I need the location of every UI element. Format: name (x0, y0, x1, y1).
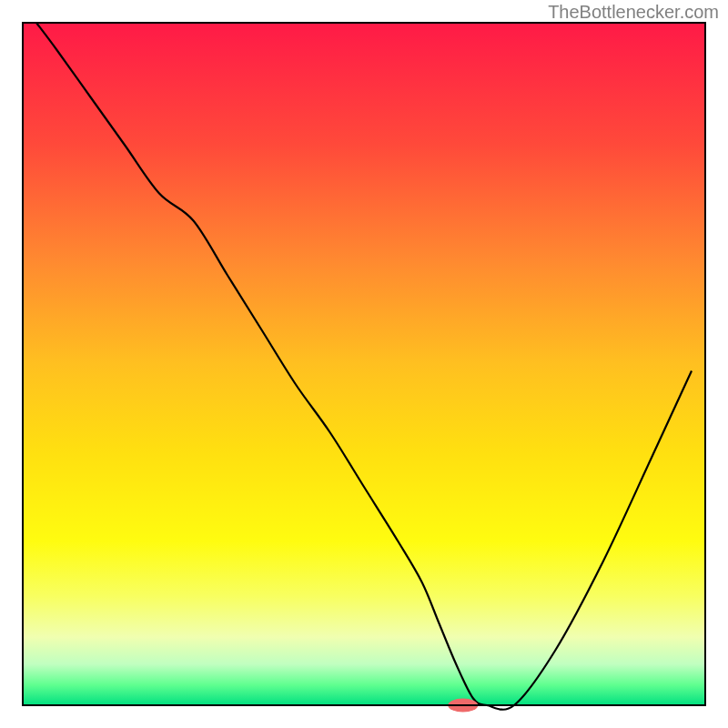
chart-background (23, 23, 705, 705)
watermark-text: TheBottlenecker.com (548, 2, 719, 22)
bottleneck-chart: TheBottlenecker.com (0, 0, 728, 728)
